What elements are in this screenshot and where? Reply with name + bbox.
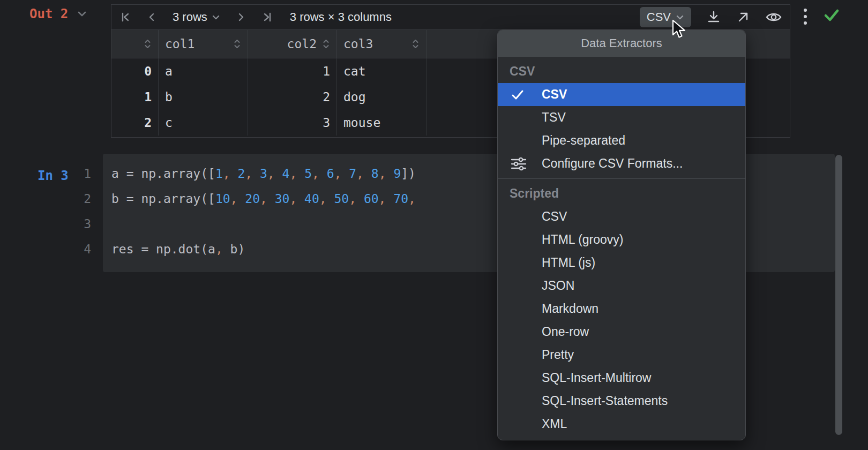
menu-list: CSVCSVTSVPipe-separatedConfigure CSV For… <box>498 57 745 440</box>
table-cell[interactable]: a <box>159 58 248 84</box>
last-page-icon[interactable] <box>261 11 274 24</box>
notebook-screen: Out 2 3 rows 3 rows × 3 columns <box>0 0 868 450</box>
data-extractor-button[interactable]: CSV <box>640 7 691 27</box>
menu-item-pretty[interactable]: Pretty <box>498 343 745 366</box>
data-extractors-menu: Data Extractors CSVCSVTSVPipe-separatedC… <box>497 29 746 440</box>
menu-item-label: JSON <box>542 279 574 293</box>
table-cell[interactable]: b <box>159 84 248 110</box>
chevron-down-icon <box>212 14 220 20</box>
eye-icon[interactable] <box>765 11 782 24</box>
page-size-dropdown[interactable]: 3 rows <box>173 10 220 24</box>
menu-item-html-groovy[interactable]: HTML (groovy) <box>498 228 745 251</box>
prev-page-icon[interactable] <box>146 11 159 24</box>
menu-item-xml[interactable]: XML <box>498 412 745 436</box>
menu-item-html-js[interactable]: HTML (js) <box>498 251 745 274</box>
table-dimensions-label: 3 rows × 3 columns <box>290 10 392 24</box>
menu-section-header-scripted: Scripted <box>498 182 745 205</box>
menu-item-markdown[interactable]: Markdown <box>498 297 745 320</box>
column-header-col2[interactable]: col2 <box>248 30 337 58</box>
menu-item-label: TSV <box>542 110 566 125</box>
out-cell-header: Out 2 <box>29 6 87 21</box>
line-number: 3 <box>63 212 91 237</box>
menu-separator <box>498 178 745 179</box>
success-check-icon <box>823 8 840 22</box>
table-cell[interactable]: c <box>159 110 248 136</box>
menu-item-tsv[interactable]: TSV <box>498 106 745 129</box>
table-cell[interactable]: cat <box>337 58 426 84</box>
column-label: col3 <box>343 37 373 51</box>
download-icon[interactable] <box>706 10 721 25</box>
out-collapse-chevron-icon[interactable] <box>77 10 87 18</box>
menu-item-label: Pretty <box>542 348 574 362</box>
open-in-new-icon[interactable] <box>736 10 750 24</box>
menu-item-label: Markdown <box>542 302 598 316</box>
first-page-icon[interactable] <box>119 11 132 24</box>
column-header-index[interactable] <box>111 30 159 58</box>
menu-item-one-row[interactable]: One-row <box>498 320 745 343</box>
menu-item-label: Pipe-separated <box>542 133 625 148</box>
menu-item-configure-csv-formats[interactable]: Configure CSV Formats... <box>498 152 745 175</box>
menu-item-csv[interactable]: CSV <box>498 83 745 106</box>
menu-item-label: SQL-Insert-Statements <box>542 394 668 408</box>
line-number: 2 <box>63 186 91 212</box>
line-number: 4 <box>63 237 91 262</box>
row-index-cell[interactable]: 1 <box>111 84 159 110</box>
menu-title: Data Extractors <box>498 30 745 57</box>
menu-item-label: HTML (groovy) <box>542 232 624 247</box>
menu-item-label: Configure CSV Formats... <box>542 156 683 171</box>
table-cell[interactable]: 2 <box>248 84 337 110</box>
menu-item-label: HTML (js) <box>542 256 595 270</box>
sliders-icon <box>498 156 542 171</box>
menu-item-pipe-separated[interactable]: Pipe-separated <box>498 129 745 152</box>
menu-item-csv[interactable]: CSV <box>498 205 745 228</box>
vertical-scrollbar[interactable] <box>835 155 842 435</box>
column-header-col1[interactable]: col1 <box>159 30 248 58</box>
data-extractor-button-label: CSV <box>647 10 671 24</box>
table-cell[interactable]: 1 <box>248 58 337 84</box>
grid-toolbar: 3 rows 3 rows × 3 columns CSV <box>111 5 790 30</box>
row-index-cell[interactable]: 0 <box>111 58 159 84</box>
menu-item-sql-insert-multirow[interactable]: SQL-Insert-Multirow <box>498 366 745 389</box>
table-cell[interactable]: 3 <box>248 110 337 136</box>
menu-item-json[interactable]: JSON <box>498 274 745 297</box>
sort-icon[interactable] <box>233 38 241 50</box>
menu-section-header-csv: CSV <box>498 60 745 83</box>
out-cell-label: Out 2 <box>29 6 68 21</box>
column-label: col1 <box>165 37 194 51</box>
chevron-down-icon <box>676 14 684 20</box>
sort-icon[interactable] <box>411 38 420 50</box>
table-cell[interactable]: dog <box>337 84 426 110</box>
menu-item-sql-insert-statements[interactable]: SQL-Insert-Statements <box>498 389 745 412</box>
menu-item-label: CSV <box>542 87 567 102</box>
next-page-icon[interactable] <box>234 11 247 24</box>
menu-item-label: CSV <box>542 209 567 224</box>
sort-icon[interactable] <box>144 38 152 50</box>
kebab-menu-icon[interactable] <box>803 8 807 26</box>
column-header-col3[interactable]: col3 <box>337 30 426 58</box>
table-cell[interactable]: mouse <box>337 110 426 136</box>
page-size-label: 3 rows <box>173 10 207 24</box>
grid-toolbar-right: CSV <box>640 7 782 27</box>
check-icon <box>498 88 542 101</box>
line-number-gutter: 1234 <box>63 161 91 262</box>
menu-item-label: One-row <box>542 325 589 339</box>
menu-item-label: SQL-Insert-Multirow <box>542 371 651 385</box>
menu-item-label: XML <box>542 417 567 431</box>
row-index-cell[interactable]: 2 <box>111 110 159 136</box>
sort-icon[interactable] <box>322 38 330 50</box>
line-number: 1 <box>63 161 91 186</box>
column-label: col2 <box>287 37 317 51</box>
